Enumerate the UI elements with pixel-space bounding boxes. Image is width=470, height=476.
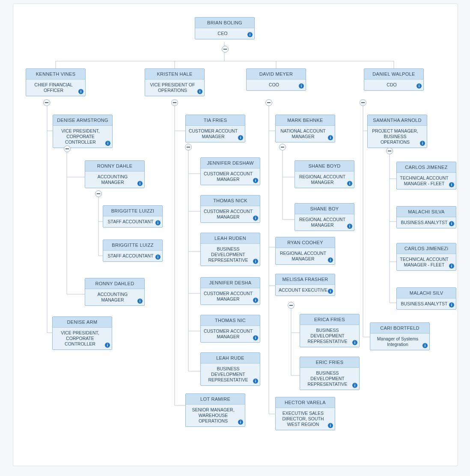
node-title: BUSINESS DEVELOPMENT REPRESENTATIVEi bbox=[300, 368, 359, 390]
node-title: STAFF ACCOUNTANTi bbox=[103, 216, 162, 227]
node-name: BRIGGITTE LUIZZI bbox=[103, 206, 162, 216]
org-node-lramire[interactable]: LOT RAMIRESENIOR MANAGER, WAREHOUSE OPER… bbox=[185, 393, 245, 427]
node-title: CEOi bbox=[195, 28, 254, 39]
org-node-lruden[interactable]: LEAH RUDENBUSINESS DEVELOPMENT REPRESENT… bbox=[200, 233, 260, 266]
collapse-toggle-vpops[interactable] bbox=[171, 99, 178, 106]
org-node-mbehnke[interactable]: MARK BEHNKENATIONAL ACCOUNT MANAGERi bbox=[275, 115, 335, 142]
collapse-toggle-tfries[interactable] bbox=[185, 144, 192, 151]
org-node-bluizzi[interactable]: BRIGGITTE LUIZZISTAFF ACCOUNTANTi bbox=[103, 205, 163, 228]
node-name: TIA FRIES bbox=[186, 115, 245, 126]
org-node-cfo[interactable]: KENNETH VINESCHIEF FINANCIAL OFFICERi bbox=[26, 68, 86, 96]
info-icon[interactable]: i bbox=[137, 181, 143, 186]
node-title: CHIEF FINANCIAL OFFICERi bbox=[26, 80, 85, 96]
collapse-toggle-coo[interactable] bbox=[265, 99, 272, 106]
info-icon[interactable]: i bbox=[449, 182, 454, 187]
info-icon[interactable]: i bbox=[197, 89, 202, 94]
info-icon[interactable]: i bbox=[247, 32, 253, 37]
org-node-ceo[interactable]: BRIAN BOLINGCEOi bbox=[195, 17, 255, 39]
org-node-efries[interactable]: ERICA FRIESBUSINESS DEVELOPMENT REPRESEN… bbox=[300, 314, 360, 347]
org-node-sarnold[interactable]: SAMANTHA ARNOLDPROJECT MANAGER, BUSINESS… bbox=[367, 115, 427, 148]
info-icon[interactable]: i bbox=[352, 340, 357, 345]
info-icon[interactable]: i bbox=[253, 335, 258, 340]
org-node-mfrasher[interactable]: MELISSA FRASHERACCOUNT EXECUTIVEi bbox=[275, 274, 335, 296]
info-icon[interactable]: i bbox=[253, 378, 258, 384]
collapse-toggle-rdahle[interactable] bbox=[95, 190, 102, 197]
info-icon[interactable]: i bbox=[449, 263, 454, 269]
node-name: DENISE ARM bbox=[53, 317, 112, 328]
node-name: MALACHI SILVA bbox=[397, 207, 456, 217]
org-node-tfries[interactable]: TIA FRIESCUSTOMER ACCOUNT MANAGERi bbox=[185, 115, 245, 142]
org-node-cjimenezi[interactable]: CARLOS JIMENEZiTECHNICAL ACCOUNT MANAGER… bbox=[396, 243, 456, 271]
info-icon[interactable]: i bbox=[299, 83, 304, 89]
node-name: DENISE ARMSTRONG bbox=[53, 115, 112, 126]
info-icon[interactable]: i bbox=[347, 181, 352, 186]
org-node-msilv[interactable]: MALACHI SILVBUSINESS ANALYTSTi bbox=[396, 287, 456, 310]
org-node-sboy[interactable]: SHANE BOYREGIONAL ACCOUNT MANAGERi bbox=[294, 203, 354, 231]
info-icon[interactable]: i bbox=[105, 343, 110, 348]
info-icon[interactable]: i bbox=[253, 216, 258, 221]
collapse-toggle-mbehnke[interactable] bbox=[279, 144, 286, 151]
org-node-hvarela[interactable]: HECTOR VARELAEXECUTIVE SALES DIRECTOR, S… bbox=[275, 397, 335, 430]
node-title: CUSTOMER ACCOUNT MANAGERi bbox=[201, 326, 260, 342]
info-icon[interactable]: i bbox=[328, 423, 333, 428]
node-title: VICE PRESIDENT OF OPERATIONSi bbox=[145, 80, 204, 96]
node-name: SHANE BOY bbox=[295, 204, 354, 214]
org-node-rcoohey[interactable]: RYAN COOHEYREGIONAL ACCOUNT MANAGERi bbox=[275, 237, 335, 265]
node-name: SHANE BOYD bbox=[295, 161, 354, 171]
info-icon[interactable]: i bbox=[78, 89, 83, 94]
collapse-toggle-ceo[interactable] bbox=[222, 46, 229, 53]
info-icon[interactable]: i bbox=[347, 224, 352, 229]
org-node-msilva[interactable]: MALACHI SILVABUSINESS ANALYTSTi bbox=[396, 206, 456, 228]
org-node-cbortfeld[interactable]: CARI BORTFELDManager of Systems Integrat… bbox=[370, 322, 430, 350]
info-icon[interactable]: i bbox=[155, 254, 161, 260]
info-icon[interactable]: i bbox=[449, 221, 454, 226]
org-node-sboyd[interactable]: SHANE BOYDREGIONAL ACCOUNT MANAGERi bbox=[294, 160, 354, 188]
org-node-lrude[interactable]: LEAH RUDEBUSINESS DEVELOPMENT REPRESENTA… bbox=[200, 352, 260, 386]
org-node-tnic[interactable]: THOMAS NICCUSTOMER ACCOUNT MANAGERi bbox=[200, 315, 260, 343]
info-icon[interactable]: i bbox=[105, 141, 110, 146]
collapse-toggle-mfrasher[interactable] bbox=[288, 302, 294, 309]
info-icon[interactable]: i bbox=[328, 135, 333, 140]
org-node-darmstrong[interactable]: DENISE ARMSTRONGVICE PRESIDENT, CORPORAT… bbox=[53, 115, 113, 148]
org-node-jdesha[interactable]: JENNIFER DESHACUSTOMER ACCOUNT MANAGERi bbox=[200, 277, 260, 305]
node-name: MALACHI SILV bbox=[397, 288, 456, 299]
collapse-toggle-darmstrong[interactable] bbox=[64, 145, 71, 152]
org-node-ericfries[interactable]: ERIC FRIESBUSINESS DEVELOPMENT REPRESENT… bbox=[300, 357, 360, 390]
info-icon[interactable]: i bbox=[253, 298, 258, 303]
org-node-cdo[interactable]: DANIEL WALPOLECDOi bbox=[364, 68, 424, 91]
node-title: VICE PRESIDENT, CORPORATE CONTROLLERi bbox=[53, 328, 112, 349]
info-icon[interactable]: i bbox=[449, 302, 454, 307]
org-node-bluizz[interactable]: BRIGGITTE LUIZZSTAFF ACCOUNTANTi bbox=[103, 239, 163, 262]
org-node-jdeshaw[interactable]: JENNIFER DESHAWCUSTOMER ACCOUNT MANAGERi bbox=[200, 157, 260, 185]
org-node-darm[interactable]: DENISE ARMVICE PRESIDENT, CORPORATE CONT… bbox=[52, 316, 112, 350]
node-title: ACCOUNTING MANAGERi bbox=[85, 171, 144, 188]
node-name: RONNY DAHLED bbox=[85, 278, 144, 289]
node-name: CARI BORTFELD bbox=[370, 323, 429, 334]
info-icon[interactable]: i bbox=[416, 83, 422, 89]
org-chart-canvas: BRIAN BOLINGCEOiKENNETH VINESCHIEF FINAN… bbox=[0, 0, 470, 476]
node-name: MELISSA FRASHER bbox=[276, 274, 335, 285]
info-icon[interactable]: i bbox=[155, 220, 161, 225]
info-icon[interactable]: i bbox=[352, 383, 357, 388]
info-icon[interactable]: i bbox=[238, 135, 243, 140]
org-node-cjimenez[interactable]: CARLOS JIMENEZTECHNICAL ACCOUNT MANAGER … bbox=[396, 162, 456, 189]
org-node-tnick[interactable]: THOMAS NICKCUSTOMER ACCOUNT MANAGERi bbox=[200, 195, 260, 223]
org-node-vpops[interactable]: KRISTEN HALEVICE PRESIDENT OF OPERATIONS… bbox=[145, 68, 205, 96]
org-node-rdahle[interactable]: RONNY DAHLEACCOUNTING MANAGERi bbox=[85, 160, 145, 188]
info-icon[interactable]: i bbox=[238, 420, 243, 425]
node-name: ERICA FRIES bbox=[300, 314, 359, 325]
org-node-coo[interactable]: DAVID MEYERCOOi bbox=[246, 68, 306, 91]
info-icon[interactable]: i bbox=[253, 178, 258, 183]
info-icon[interactable]: i bbox=[422, 343, 428, 348]
org-node-rdahled[interactable]: RONNY DAHLEDACCOUNTING MANAGERi bbox=[85, 278, 145, 306]
info-icon[interactable]: i bbox=[137, 299, 143, 304]
info-icon[interactable]: i bbox=[420, 141, 425, 146]
node-name: DAVID MEYER bbox=[247, 69, 306, 80]
collapse-toggle-cfo[interactable] bbox=[43, 99, 50, 106]
collapse-toggle-cdo[interactable] bbox=[360, 99, 366, 106]
node-name: JENNIFER DESHA bbox=[201, 278, 260, 288]
info-icon[interactable]: i bbox=[328, 257, 333, 263]
info-icon[interactable]: i bbox=[328, 289, 333, 294]
collapse-toggle-sarnold[interactable] bbox=[386, 148, 393, 154]
info-icon[interactable]: i bbox=[253, 259, 258, 264]
